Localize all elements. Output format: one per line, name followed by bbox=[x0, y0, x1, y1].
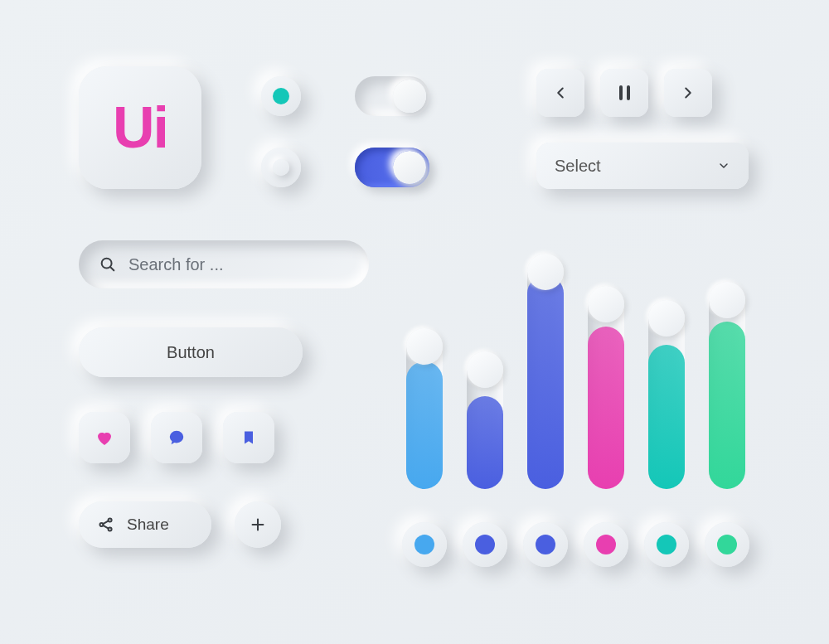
svg-line-1 bbox=[110, 267, 114, 270]
color-swatch[interactable] bbox=[402, 522, 447, 567]
chevron-down-icon bbox=[717, 159, 730, 172]
color-swatch[interactable] bbox=[705, 522, 749, 567]
radio-unselected[interactable] bbox=[261, 148, 301, 187]
select-dropdown[interactable]: Select bbox=[536, 143, 749, 189]
logo-text: Ui bbox=[113, 94, 167, 161]
bar-track[interactable] bbox=[527, 257, 564, 489]
chat-icon bbox=[167, 429, 186, 447]
bar-fill bbox=[709, 322, 745, 489]
radio-selected[interactable] bbox=[261, 76, 301, 116]
bar-chart bbox=[406, 240, 750, 489]
bar-cap bbox=[709, 282, 745, 318]
bar-track[interactable] bbox=[648, 303, 685, 489]
chat-button[interactable] bbox=[151, 412, 202, 463]
primary-button[interactable]: Button bbox=[79, 327, 303, 377]
color-dot-icon bbox=[536, 535, 555, 554]
color-dot-icon bbox=[596, 535, 616, 554]
bar-track[interactable] bbox=[588, 289, 624, 489]
bookmark-icon bbox=[240, 429, 257, 447]
bar-cap bbox=[588, 286, 624, 322]
bar-fill bbox=[648, 345, 685, 489]
bar-cap bbox=[406, 328, 443, 365]
bookmark-button[interactable] bbox=[223, 412, 274, 463]
bar-fill bbox=[467, 396, 503, 489]
search-icon bbox=[99, 255, 117, 274]
color-swatch[interactable] bbox=[584, 522, 628, 567]
search-input[interactable]: Search for ... bbox=[79, 240, 369, 288]
heart-button[interactable] bbox=[79, 412, 130, 463]
logo-tile: Ui bbox=[79, 66, 201, 189]
heart-icon bbox=[95, 428, 114, 448]
color-swatch[interactable] bbox=[523, 522, 568, 567]
toggle-off[interactable] bbox=[355, 76, 429, 116]
color-swatch[interactable] bbox=[644, 522, 689, 567]
pause-icon bbox=[619, 85, 630, 100]
bar-cap bbox=[467, 351, 503, 388]
next-button[interactable] bbox=[664, 69, 712, 117]
radio-dot-icon bbox=[273, 88, 289, 104]
bar-fill bbox=[527, 275, 564, 489]
color-dot-icon bbox=[717, 535, 737, 554]
toggle-knob bbox=[393, 151, 426, 184]
primary-button-label: Button bbox=[167, 343, 215, 362]
svg-line-6 bbox=[103, 525, 108, 529]
bar-track[interactable] bbox=[406, 332, 443, 489]
share-button[interactable]: Share bbox=[79, 501, 211, 548]
chevron-right-icon bbox=[679, 84, 697, 102]
toggle-knob bbox=[393, 80, 426, 113]
add-button[interactable] bbox=[235, 501, 281, 548]
color-dot-icon bbox=[475, 535, 495, 554]
bar-track[interactable] bbox=[709, 285, 745, 489]
share-label: Share bbox=[127, 516, 169, 534]
toggle-on[interactable] bbox=[355, 148, 429, 187]
plus-icon bbox=[249, 516, 267, 534]
bar-fill bbox=[588, 327, 624, 489]
select-label: Select bbox=[555, 157, 601, 176]
bar-track[interactable] bbox=[467, 355, 503, 489]
search-placeholder: Search for ... bbox=[128, 255, 224, 274]
bar-fill bbox=[406, 361, 443, 489]
color-dot-icon bbox=[657, 535, 676, 554]
color-dot-icon bbox=[414, 535, 434, 554]
color-swatch[interactable] bbox=[463, 522, 507, 567]
bar-cap bbox=[648, 300, 685, 337]
pause-button[interactable] bbox=[600, 69, 648, 117]
prev-button[interactable] bbox=[536, 69, 584, 117]
share-icon bbox=[97, 516, 115, 534]
svg-line-5 bbox=[103, 521, 108, 524]
chevron-left-icon bbox=[551, 84, 570, 102]
radio-ring-icon bbox=[273, 159, 289, 176]
bar-cap bbox=[527, 254, 564, 290]
